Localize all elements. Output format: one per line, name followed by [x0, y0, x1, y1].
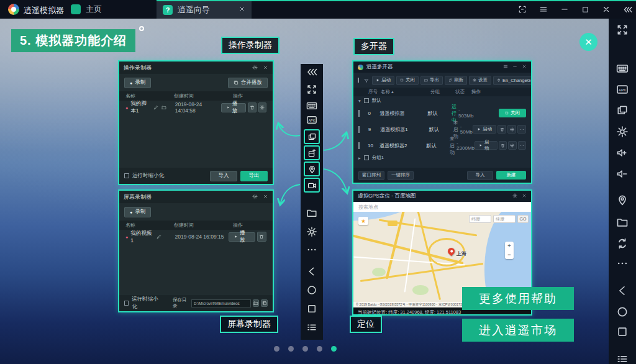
android-back-icon[interactable] — [616, 284, 629, 297]
col-name: 名称 — [125, 93, 174, 99]
settings-icon — [507, 125, 516, 134]
more-options-icon — [306, 243, 318, 256]
page-dot-2[interactable] — [288, 346, 294, 352]
city-label: 上海 — [457, 250, 466, 257]
record-button: ●录制 — [124, 207, 151, 217]
minimize-label: 运行时缩小化 — [132, 296, 159, 311]
map-title: 虚拟GPS定位 - 百度地图 — [358, 193, 416, 200]
multi-window-icon-highlighted — [304, 129, 320, 144]
label-operation-recorder: 操作录制器 — [221, 37, 279, 54]
page-dot-4[interactable] — [317, 346, 322, 352]
fullscreen-expand-icon — [306, 83, 318, 96]
status-dot-icon: ● — [125, 106, 128, 110]
map-titlebar: 虚拟GPS定位 - 百度地图 — [353, 191, 531, 202]
multi-titlebar: 逍遥多开器 — [353, 61, 531, 73]
instance-row: 10 逍遥模拟器2 默认 未启动- 2300Mb 启动 — [353, 137, 531, 153]
emulator-toolbar — [609, 19, 636, 364]
export-button: 导出 — [420, 76, 443, 85]
minimize-icon — [512, 64, 517, 70]
apk-install-icon[interactable] — [616, 83, 629, 96]
multi-title: 逍遥多开器 — [366, 63, 393, 71]
longitude-input: 经度 — [493, 215, 516, 223]
multi-instance-icon-highlighted — [304, 145, 320, 160]
volume-down-icon[interactable] — [616, 168, 629, 180]
import-button: 导入 — [210, 171, 237, 181]
new-instance-button: 新建 — [496, 171, 526, 180]
stop-instance-button: 关闭 — [499, 109, 526, 117]
settings-button: 设置 — [469, 76, 491, 85]
browse-folder-icon — [253, 299, 260, 307]
merge-play-button: 合并播放 — [228, 78, 268, 88]
screen-recorder-window: 屏幕录制器 ●录制 名称 创建时间 操作 ● 我的视频1 2019-08-24 … — [118, 189, 274, 312]
android-menu-icon — [306, 321, 318, 334]
col-created: 创建时间 — [174, 93, 233, 99]
location-pin-icon-highlighted — [304, 162, 320, 176]
label-screen-recorder: 屏幕录制器 — [220, 316, 278, 333]
main-menu-icon[interactable] — [539, 5, 548, 14]
export-button: 导出 — [240, 171, 268, 181]
settings-icon — [508, 141, 516, 150]
video-created: 2019-08-24 16:09:15 — [175, 234, 229, 240]
keyboard-icon[interactable] — [616, 62, 629, 75]
settings-gear-icon[interactable] — [616, 125, 629, 138]
android-recent-icon[interactable] — [616, 325, 629, 338]
start-instance-button: 启动 — [475, 141, 497, 150]
location-pin-icon[interactable] — [616, 194, 629, 206]
shared-folder-icon[interactable] — [616, 216, 629, 229]
close-window-icon[interactable] — [602, 5, 611, 14]
page-title: 5. 模拟器功能介绍 — [11, 29, 135, 52]
volume-up-icon[interactable] — [616, 147, 629, 159]
memu-logo-icon — [358, 65, 363, 70]
open-folder-icon — [161, 105, 166, 110]
close-icon — [522, 193, 527, 199]
play-button: 播放 — [221, 103, 246, 112]
maximize-icon[interactable] — [581, 6, 589, 14]
fullscreen-expand-icon[interactable] — [616, 24, 629, 36]
refresh-button: 刷新 — [445, 76, 467, 85]
settings-icon — [258, 102, 266, 112]
open-location-icon — [261, 299, 268, 307]
minimize-checkbox — [124, 173, 129, 178]
more-help-button[interactable]: 更多使用帮助 — [462, 287, 574, 310]
android-menu-icon[interactable] — [616, 353, 629, 364]
android-recent-icon — [306, 303, 318, 315]
more-icon — [518, 141, 526, 150]
video-name: 我的视频1 — [130, 230, 153, 243]
col-no: 序号 — [368, 89, 381, 95]
label-multi-instance: 多开器 — [353, 38, 394, 55]
close-icon — [263, 65, 268, 71]
question-icon: ? — [163, 5, 173, 15]
favorite-star-icon: ★ — [358, 217, 368, 225]
apk-install-icon — [306, 114, 318, 126]
select-all-checkbox — [358, 78, 359, 83]
edit-icon — [153, 105, 158, 110]
script-row: ● 我的脚本1 2019-08-24 14:04:58 播放 — [119, 101, 273, 114]
page-dot-3[interactable] — [302, 346, 308, 352]
multi-window-icon[interactable] — [616, 104, 629, 117]
tab-close-icon[interactable] — [238, 6, 245, 14]
sidebar-collapse-icon[interactable] — [623, 5, 632, 14]
more-options-icon[interactable] — [616, 257, 629, 270]
status-dot-icon: ● — [125, 235, 128, 239]
fullscreen-icon[interactable] — [518, 5, 527, 14]
window-controls — [518, 0, 632, 19]
zoom-in-icon: + — [507, 243, 511, 249]
minimize-icon[interactable] — [560, 5, 569, 14]
latitude-input: 纬度 — [469, 215, 491, 223]
app-title: 逍遥模拟器 — [24, 5, 64, 16]
change-group-button: En_ChangeGroup — [493, 76, 532, 85]
rotate-screen-icon[interactable] — [616, 237, 629, 250]
page-dot-5-active[interactable] — [331, 346, 337, 352]
delete-icon — [257, 232, 266, 242]
wizard-close-button[interactable]: ✕ — [579, 33, 597, 51]
enter-market-button[interactable]: 进入逍遥市场 — [462, 319, 574, 342]
android-back-icon — [306, 265, 318, 278]
script-created: 2019-08-24 14:04:58 — [175, 101, 222, 114]
android-home-icon[interactable] — [616, 306, 629, 318]
col-status: 状态 — [455, 89, 471, 95]
wizard-page: 5. 模拟器功能介绍 ✕ 操作录制器 多开器 屏幕录制器 定位 操作录制器 ●录… — [0, 19, 609, 364]
tab-home[interactable]: 主页 — [65, 0, 108, 19]
tab-wizard[interactable]: ? 逍遥向导 — [157, 1, 252, 19]
page-dot-1[interactable] — [274, 346, 279, 352]
memu-logo-icon — [8, 4, 19, 15]
